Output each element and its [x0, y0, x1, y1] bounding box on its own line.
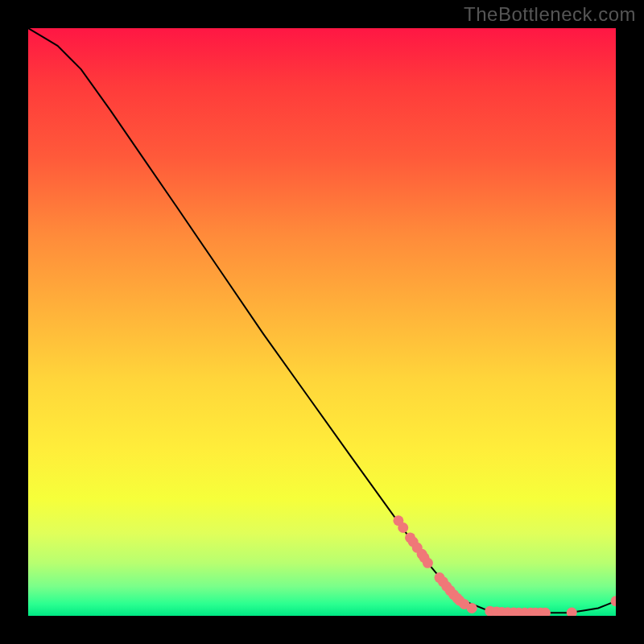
- plot-area: [28, 28, 616, 616]
- branding-text: TheBottleneck.com: [464, 3, 636, 26]
- data-point: [398, 522, 408, 533]
- data-points: [393, 515, 616, 616]
- data-point: [611, 596, 617, 606]
- data-point: [467, 603, 477, 613]
- chart-svg: [28, 28, 616, 616]
- data-point: [567, 607, 577, 616]
- bottleneck-curve: [28, 28, 616, 613]
- chart-container: TheBottleneck.com: [0, 0, 644, 644]
- data-point: [423, 558, 433, 568]
